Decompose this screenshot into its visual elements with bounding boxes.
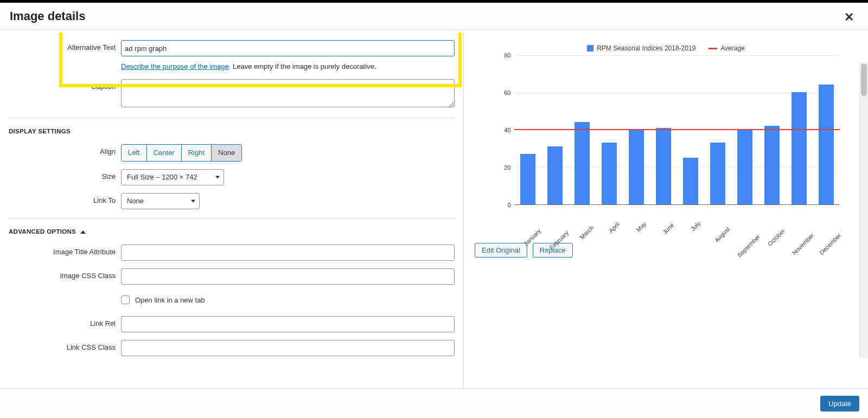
legend-swatch-line <box>709 48 717 49</box>
x-label: December <box>818 232 850 264</box>
linkto-select[interactable]: None <box>121 193 200 209</box>
modal-footer: Update <box>0 388 868 418</box>
caret-up-icon <box>80 230 86 234</box>
y-tick: 40 <box>504 127 510 133</box>
close-button[interactable]: ✕ <box>840 7 858 28</box>
alt-text-help-link[interactable]: Describe the purpose of the image <box>121 62 229 70</box>
linkto-label: Link To <box>9 193 121 208</box>
advanced-options-heading[interactable]: ADVANCED OPTIONS <box>9 228 455 235</box>
css-class-row: Image CSS Class <box>9 268 455 285</box>
chart-bar <box>575 122 590 204</box>
basic-section: Alternative Text ad rpm graph Describe t… <box>9 33 455 109</box>
gridline <box>514 168 840 168</box>
chart-y-axis: 020406080 <box>493 55 514 205</box>
chart-bar <box>764 126 780 204</box>
x-label: June <box>661 222 682 243</box>
alt-text-input[interactable]: ad rpm graph <box>121 40 455 56</box>
y-tick: 60 <box>504 89 510 96</box>
align-option-center[interactable]: Center <box>147 145 182 161</box>
chart-preview: RPM Seasonal Indices 2018-2019Average 02… <box>493 44 840 218</box>
title-attr-row: Image Title Attribute <box>9 245 455 261</box>
align-option-none[interactable]: None <box>212 145 241 161</box>
modal-title: Image details <box>10 3 85 30</box>
title-attr-input[interactable] <box>121 245 455 261</box>
y-tick: 0 <box>507 202 510 208</box>
gridline <box>514 130 840 131</box>
link-rel-input[interactable] <box>121 316 455 332</box>
gridline <box>514 93 840 93</box>
chart-plot: 020406080 JanuaryFebruaryMarchAprilMayJu… <box>514 55 840 218</box>
caption-input[interactable] <box>121 79 455 107</box>
align-label: Align <box>9 144 121 159</box>
scrollbar-thumb[interactable] <box>861 63 867 96</box>
separator <box>9 118 455 118</box>
title-attr-label: Image Title Attribute <box>9 245 121 260</box>
x-label: April <box>607 221 628 242</box>
align-option-left[interactable]: Left <box>122 145 147 161</box>
alt-text-help-rest: . Leave empty if the image is purely dec… <box>229 62 376 70</box>
newtab-checkbox[interactable] <box>121 295 130 304</box>
settings-pane: Alternative Text ad rpm graph Describe t… <box>0 33 464 388</box>
update-button[interactable]: Update <box>820 396 859 411</box>
advanced-options-label: ADVANCED OPTIONS <box>9 228 76 235</box>
chart-average-line <box>514 129 840 130</box>
chart-bar <box>629 130 644 204</box>
scrollbar[interactable] <box>859 62 868 358</box>
x-label: July <box>689 220 709 240</box>
modal-header: Image details ✕ <box>0 3 868 30</box>
legend-swatch-bar <box>587 45 593 52</box>
separator <box>9 218 455 218</box>
chart-bar <box>737 130 752 204</box>
caption-label: Caption <box>9 79 121 94</box>
linkto-row: Link To None <box>9 193 455 209</box>
css-class-input[interactable] <box>121 268 455 285</box>
chart-bar <box>602 143 617 204</box>
link-css-row: Link CSS Class <box>9 340 455 356</box>
alt-text-row: Alternative Text ad rpm graph <box>9 40 455 56</box>
size-row: Size Full Size – 1200 × 742 <box>9 169 455 185</box>
size-label: Size <box>9 169 121 184</box>
modal-body: Alternative Text ad rpm graph Describe t… <box>0 33 868 388</box>
link-css-input[interactable] <box>121 340 455 356</box>
y-tick: 80 <box>504 52 510 59</box>
caption-row: Caption <box>9 79 455 109</box>
newtab-label: Open link in a new tab <box>135 296 205 304</box>
edit-original-button[interactable]: Edit Original <box>475 243 527 258</box>
chart-bar <box>819 85 834 204</box>
align-option-right[interactable]: Right <box>182 145 212 161</box>
chart-bar <box>547 146 563 204</box>
chart-x-labels: JanuaryFebruaryMarchAprilMayJuneJulyAugu… <box>514 207 840 240</box>
chart-bar <box>656 128 671 204</box>
image-details-modal: Image details ✕ Alternative Text ad rpm … <box>0 3 868 418</box>
x-label: May <box>635 221 655 241</box>
css-class-label: Image CSS Class <box>9 268 121 284</box>
gridline <box>514 55 840 56</box>
legend-label-average: Average <box>720 44 744 52</box>
link-rel-row: Link Rel <box>9 316 455 332</box>
align-button-group: LeftCenterRightNone <box>121 144 242 162</box>
newtab-row: Open link in a new tab <box>9 292 455 314</box>
chart-bar <box>683 158 698 204</box>
y-tick: 20 <box>504 164 510 171</box>
x-label: September <box>736 233 769 266</box>
preview-pane: RPM Seasonal Indices 2018-2019Average 02… <box>464 33 868 388</box>
chart-bars-area <box>514 55 840 205</box>
chart-bar <box>520 154 535 204</box>
display-settings-heading: DISPLAY SETTINGS <box>9 128 455 134</box>
chart-legend: RPM Seasonal Indices 2018-2019Average <box>493 44 840 52</box>
legend-label-series: RPM Seasonal Indices 2018-2019 <box>597 44 695 52</box>
chart-bar <box>710 143 725 204</box>
alt-text-value-selected: ad rpm graph <box>125 44 167 53</box>
alt-text-help-row: Describe the purpose of the image. Leave… <box>9 59 455 72</box>
chart-bar <box>792 92 807 204</box>
newtab-checkbox-row[interactable]: Open link in a new tab <box>121 295 455 304</box>
link-css-label: Link CSS Class <box>9 340 121 355</box>
x-label: November <box>790 232 822 264</box>
alt-text-help: Describe the purpose of the image. Leave… <box>121 59 376 72</box>
align-row: Align LeftCenterRightNone <box>9 144 455 162</box>
size-select[interactable]: Full Size – 1200 × 742 <box>121 169 224 185</box>
link-rel-label: Link Rel <box>9 316 121 331</box>
alt-text-label: Alternative Text <box>9 40 121 55</box>
